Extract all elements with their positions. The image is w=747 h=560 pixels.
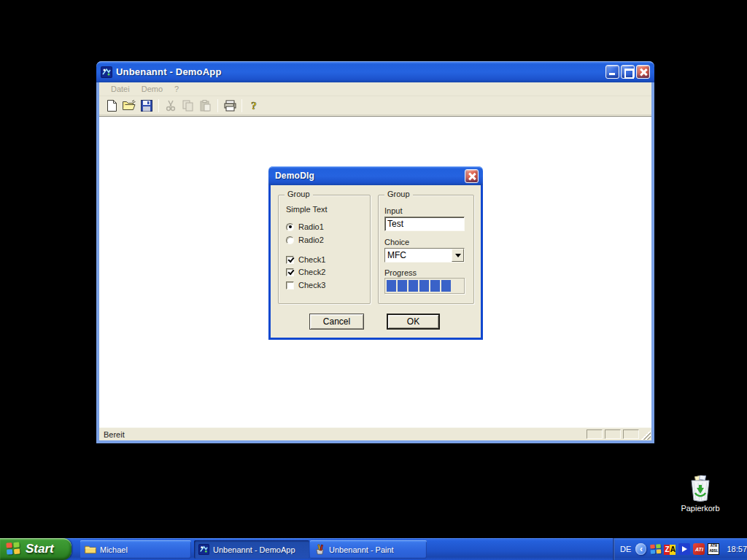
hide-icons-chevron-icon[interactable]: ‹ xyxy=(635,543,646,555)
demo-dialog: DemoDlg Group Simple Text Radio1 Radio2 … xyxy=(268,166,483,340)
folder-icon xyxy=(85,545,96,554)
menu-datei[interactable]: Datei xyxy=(105,83,136,95)
radio-button-icon[interactable] xyxy=(286,223,294,231)
recycle-bin[interactable]: Papierkorb xyxy=(677,475,724,513)
progress-segment xyxy=(398,280,407,292)
check1-label: Check1 xyxy=(298,255,325,264)
app-window-title: Unbenannt - DemoApp xyxy=(116,66,604,77)
task-label: Unbenannt - DemoApp xyxy=(213,545,295,554)
check1[interactable]: Check1 xyxy=(286,255,325,264)
desktop: Unbenannt - DemoApp Datei Demo ? xyxy=(0,0,747,560)
windows-logo-icon xyxy=(6,542,21,556)
dialog-titlebar[interactable]: DemoDlg xyxy=(268,166,483,185)
status-pane-scrl xyxy=(623,429,639,439)
chevron-down-icon xyxy=(455,254,461,257)
ok-button[interactable]: OK xyxy=(387,314,440,330)
new-document-icon[interactable] xyxy=(103,98,120,114)
progress-segment xyxy=(419,280,429,292)
start-button-label: Start xyxy=(26,542,54,556)
progress-segment xyxy=(441,280,451,292)
menu-help[interactable]: ? xyxy=(169,83,185,95)
simple-text-label: Simple Text xyxy=(286,205,328,214)
toolbar-separator xyxy=(241,99,242,112)
task-button-demoapp[interactable]: Unbenannt - DemoApp xyxy=(194,540,309,559)
cut-icon xyxy=(162,98,179,114)
system-tray: DE ‹ ZA ATI ATHADSL 18:57 xyxy=(613,538,747,560)
check3-label: Check3 xyxy=(298,281,325,289)
toolbar: ? xyxy=(99,96,651,115)
toolbar-separator xyxy=(217,99,218,112)
taskbar: Start Michael Unbenannt - DemoApp xyxy=(0,538,747,560)
dialog-title: DemoDlg xyxy=(275,171,463,181)
cancel-button[interactable]: Cancel xyxy=(309,314,364,330)
windows-messenger-icon[interactable] xyxy=(651,544,661,554)
open-folder-icon[interactable] xyxy=(120,98,138,114)
check2[interactable]: Check2 xyxy=(286,268,325,276)
adsl-monitor-icon[interactable]: ATHADSL xyxy=(708,543,719,555)
zonealarm-icon[interactable]: ZA xyxy=(664,545,676,555)
input-label: Input xyxy=(384,206,402,215)
input-field[interactable] xyxy=(384,217,465,231)
choice-selected-value: MFC xyxy=(385,249,452,262)
minimize-button[interactable] xyxy=(605,65,619,79)
progress-segment xyxy=(430,280,440,292)
progress-bar xyxy=(384,278,465,294)
choice-label: Choice xyxy=(384,238,409,246)
left-group-label: Group xyxy=(285,190,313,198)
radio2[interactable]: Radio2 xyxy=(286,236,324,244)
language-indicator[interactable]: DE xyxy=(620,545,631,553)
paint-icon xyxy=(314,544,325,555)
dialog-body: Group Simple Text Radio1 Radio2 Check1 C… xyxy=(268,185,483,340)
status-pane-cap xyxy=(587,429,603,439)
status-pane-num xyxy=(605,429,621,439)
task-label: Unbenannt - Paint xyxy=(329,545,394,554)
demoapp-icon xyxy=(101,66,112,78)
checkbox-icon[interactable] xyxy=(286,268,294,276)
check3[interactable]: Check3 xyxy=(286,281,325,289)
checkbox-icon[interactable] xyxy=(286,281,294,289)
status-text: Bereit xyxy=(99,430,587,439)
start-button[interactable]: Start xyxy=(0,538,71,560)
left-groupbox: Group Simple Text Radio1 Radio2 Check1 C… xyxy=(278,195,371,304)
task-button-michael[interactable]: Michael xyxy=(80,540,191,559)
radio-button-icon[interactable] xyxy=(286,236,294,244)
choice-combobox[interactable]: MFC xyxy=(384,248,465,262)
checkbox-icon[interactable] xyxy=(286,256,294,264)
task-label: Michael xyxy=(100,545,128,554)
combobox-dropdown-button[interactable] xyxy=(452,249,464,262)
right-group-label: Group xyxy=(384,190,413,198)
radio2-label: Radio2 xyxy=(298,236,324,244)
app-titlebar[interactable]: Unbenannt - DemoApp xyxy=(96,61,654,82)
recycle-bin-label: Papierkorb xyxy=(677,504,724,513)
ati-icon[interactable]: ATI xyxy=(693,543,705,555)
dialog-close-button[interactable] xyxy=(465,169,479,183)
radio1-label: Radio1 xyxy=(298,222,324,231)
media-player-icon[interactable] xyxy=(678,543,690,555)
demoapp-icon xyxy=(198,544,209,555)
menubar: Datei Demo ? xyxy=(99,82,651,96)
close-button[interactable] xyxy=(636,65,650,79)
status-bar: Bereit xyxy=(99,427,651,440)
clock[interactable]: 18:57 xyxy=(727,545,747,553)
help-icon[interactable]: ? xyxy=(245,98,263,114)
check2-label: Check2 xyxy=(298,268,325,276)
copy-icon xyxy=(179,98,197,114)
svg-text:?: ? xyxy=(251,100,257,112)
save-icon[interactable] xyxy=(138,98,155,114)
menu-demo[interactable]: Demo xyxy=(136,83,169,95)
recycle-bin-icon xyxy=(688,475,713,502)
resize-grip[interactable] xyxy=(641,430,651,440)
toolbar-separator xyxy=(158,99,159,112)
maximize-button[interactable] xyxy=(621,65,635,79)
progress-label: Progress xyxy=(384,268,417,277)
paste-icon xyxy=(197,98,214,114)
progress-segment xyxy=(387,280,396,292)
print-icon[interactable] xyxy=(221,98,239,114)
right-groupbox: Group Input Choice MFC Progress xyxy=(378,195,474,304)
radio1[interactable]: Radio1 xyxy=(286,222,324,231)
progress-segment xyxy=(409,280,418,292)
task-button-paint[interactable]: Unbenannt - Paint xyxy=(310,540,427,559)
